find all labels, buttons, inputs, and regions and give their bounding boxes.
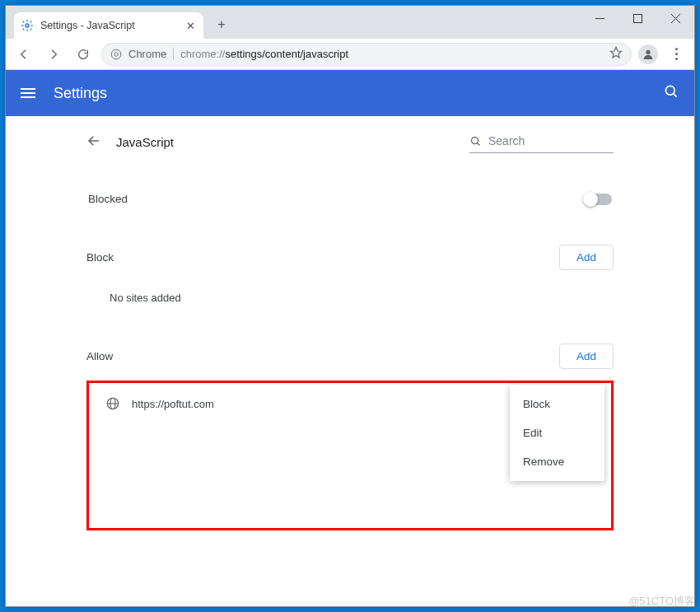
back-button[interactable] bbox=[12, 43, 35, 66]
svg-point-8 bbox=[646, 49, 650, 54]
omnibox-prefix: Chrome bbox=[128, 48, 174, 60]
browser-tab[interactable]: Settings - JavaScript ✕ bbox=[14, 12, 203, 39]
svg-point-12 bbox=[472, 137, 478, 143]
omnibox[interactable]: Chrome chrome://settings/content/javascr… bbox=[101, 43, 632, 66]
svg-marker-7 bbox=[610, 47, 621, 58]
settings-search-button[interactable] bbox=[663, 83, 679, 103]
svg-line-13 bbox=[478, 142, 480, 145]
add-allow-button[interactable]: Add bbox=[559, 343, 614, 369]
context-menu-block[interactable]: Block bbox=[510, 390, 604, 418]
bookmark-star-icon[interactable] bbox=[609, 46, 623, 62]
blocked-toggle[interactable] bbox=[584, 194, 612, 205]
add-block-button[interactable]: Add bbox=[559, 245, 614, 270]
svg-point-0 bbox=[26, 24, 29, 27]
search-placeholder: Search bbox=[488, 134, 525, 147]
blocked-toggle-label: Blocked bbox=[88, 193, 128, 205]
context-menu-remove[interactable]: Remove bbox=[510, 447, 604, 476]
gear-icon bbox=[21, 19, 34, 32]
svg-rect-2 bbox=[633, 14, 642, 22]
browser-menu-button[interactable] bbox=[665, 43, 688, 66]
profile-avatar[interactable] bbox=[638, 44, 658, 64]
minimize-button[interactable] bbox=[581, 6, 618, 30]
block-section-label: Block bbox=[86, 251, 114, 264]
back-arrow-icon[interactable] bbox=[86, 133, 101, 152]
svg-point-6 bbox=[114, 52, 119, 56]
close-window-button[interactable] bbox=[656, 6, 694, 30]
forward-button[interactable] bbox=[42, 43, 65, 66]
reload-button[interactable] bbox=[72, 43, 95, 66]
watermark: @51CTO博客 bbox=[628, 594, 695, 609]
settings-header: Settings bbox=[6, 70, 694, 116]
close-tab-icon[interactable]: ✕ bbox=[184, 20, 197, 32]
highlight-box: https://poftut.com Block Edit Remove bbox=[86, 381, 614, 530]
svg-line-10 bbox=[674, 94, 677, 97]
content: JavaScript Search Blocked Block Add No s… bbox=[86, 131, 614, 547]
svg-point-9 bbox=[665, 86, 674, 95]
allow-section-label: Allow bbox=[86, 350, 113, 362]
page-title: JavaScript bbox=[116, 135, 174, 149]
context-menu-edit[interactable]: Edit bbox=[510, 418, 604, 447]
new-tab-button[interactable]: + bbox=[210, 13, 233, 36]
svg-point-5 bbox=[111, 49, 121, 59]
menu-icon[interactable] bbox=[21, 88, 35, 98]
globe-icon bbox=[105, 396, 120, 411]
titlebar: Settings - JavaScript ✕ + bbox=[6, 6, 694, 39]
browser-toolbar: Chrome chrome://settings/content/javascr… bbox=[6, 39, 694, 70]
settings-title: Settings bbox=[54, 85, 107, 102]
tab-title: Settings - JavaScript bbox=[40, 20, 177, 31]
browser-window: Settings - JavaScript ✕ + Chrome chr bbox=[5, 5, 695, 607]
omnibox-url: chrome://settings/content/javascript bbox=[180, 48, 348, 60]
site-context-menu: Block Edit Remove bbox=[510, 385, 604, 481]
no-sites-text: No sites added bbox=[110, 292, 614, 304]
allow-site-url: https://poftut.com bbox=[132, 398, 214, 410]
page-search-input[interactable]: Search bbox=[469, 131, 614, 153]
chrome-icon bbox=[110, 49, 122, 60]
maximize-button[interactable] bbox=[618, 6, 656, 30]
